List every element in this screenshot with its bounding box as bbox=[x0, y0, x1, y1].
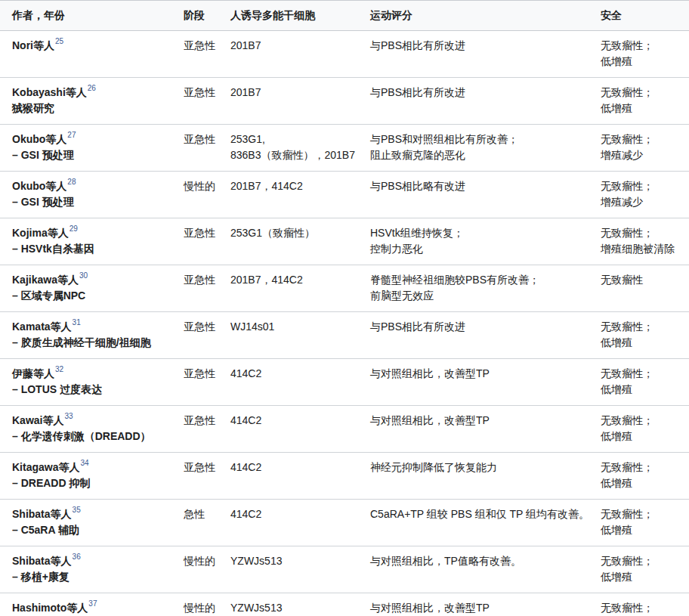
reference-superscript[interactable]: 29 bbox=[70, 224, 78, 233]
reference-superscript[interactable]: 33 bbox=[64, 412, 73, 420]
safety-cell: 无致瘤性； 低增殖 bbox=[601, 546, 689, 593]
header-row: 作者，年份 阶段 人诱导多能干细胞 运动评分 安全 bbox=[0, 1, 689, 31]
reference-superscript[interactable]: 25 bbox=[55, 37, 63, 45]
safety-cell: 无致瘤性； 低增殖 bbox=[601, 312, 689, 359]
reference-superscript[interactable]: 30 bbox=[79, 271, 88, 280]
table-row: Kawai等人33 – 化学遗传刺激（DREADD） 亚急性 414C2 与对照… bbox=[0, 406, 689, 453]
author-line: Kajikawa等人30 bbox=[12, 272, 176, 288]
study-subtitle: – DREADD 抑制 bbox=[12, 475, 176, 491]
ipsc-cell: 414C2 bbox=[230, 453, 370, 500]
ipsc-cell: 253G1（致瘤性） bbox=[230, 218, 370, 265]
column-header-author-year: 作者，年份 bbox=[0, 1, 184, 31]
studies-table: 作者，年份 阶段 人诱导多能干细胞 运动评分 安全 Nori等人25 亚急性 2… bbox=[0, 0, 689, 616]
study-subtitle: – C5aRA 辅助 bbox=[12, 522, 176, 538]
motor-cell: 脊髓型神经祖细胞较PBS有所改善； 前脑型无效应 bbox=[370, 265, 601, 312]
motor-cell: 与PBS相比略有改进 bbox=[370, 172, 601, 218]
author-cell: Okubo等人27 – GSI 预处理 bbox=[0, 125, 184, 172]
stage-cell: 亚急性 bbox=[184, 218, 230, 265]
motor-cell: 与对照组相比，TP值略有改善。 bbox=[370, 546, 601, 593]
reference-superscript[interactable]: 35 bbox=[73, 506, 81, 514]
table-body: Nori等人25 亚急性 201B7 与PBS相比有所改进 无致瘤性； 低增殖 … bbox=[0, 31, 689, 616]
motor-cell: 与PBS相比有所改进 bbox=[370, 31, 601, 78]
reference-superscript[interactable]: 27 bbox=[67, 131, 76, 139]
author-name-text: Kamata等人 bbox=[12, 320, 72, 333]
ipsc-cell: YZWJs513 bbox=[230, 546, 370, 593]
study-subtitle: – GSI 预处理 bbox=[12, 147, 176, 163]
safety-cell: 无致瘤性； 增殖减少 bbox=[601, 172, 689, 218]
reference-superscript[interactable]: 31 bbox=[73, 318, 81, 327]
author-line: Shibata等人35 bbox=[12, 506, 176, 522]
stage-cell: 亚急性 bbox=[184, 78, 230, 125]
author-name-text: Kitagawa等人 bbox=[12, 461, 79, 473]
study-subtitle: – 移植+康复 bbox=[12, 569, 176, 585]
author-line: 伊藤等人32 bbox=[12, 366, 176, 382]
motor-cell: HSVtk组维持恢复； 控制力恶化 bbox=[370, 218, 601, 265]
reference-superscript[interactable]: 34 bbox=[80, 459, 88, 467]
stage-cell: 急性 bbox=[184, 500, 230, 546]
safety-cell: 无致瘤性； 增殖细胞被清除 bbox=[601, 218, 689, 265]
author-cell: Kawai等人33 – 化学遗传刺激（DREADD） bbox=[0, 406, 184, 453]
stage-cell: 慢性的 bbox=[184, 593, 230, 616]
table-row: Okubo等人27 – GSI 预处理 亚急性 253G1, 836B3（致瘤性… bbox=[0, 125, 689, 172]
study-subtitle: – LOTUS 过度表达 bbox=[12, 382, 176, 398]
author-line: Kitagawa等人34 bbox=[12, 460, 176, 475]
study-subtitle: 狨猴研究 bbox=[12, 101, 176, 116]
table-row: Hashimoto等人37 – HGF释放支架 + TP 慢性的 YZWJs51… bbox=[0, 593, 689, 616]
ipsc-cell: 201B7 bbox=[230, 31, 370, 78]
study-subtitle: – 区域专属NPC bbox=[12, 288, 176, 304]
stage-cell: 亚急性 bbox=[184, 31, 230, 78]
ipsc-cell: 201B7，414C2 bbox=[230, 265, 370, 312]
author-cell: Hashimoto等人37 – HGF释放支架 + TP bbox=[0, 593, 184, 616]
table-row: Kobayashi等人26 狨猴研究 亚急性 201B7 与PBS相比有所改进 … bbox=[0, 78, 689, 125]
ipsc-cell: WJ14s01 bbox=[230, 312, 370, 359]
ipsc-cell: YZWJs513 bbox=[230, 593, 370, 616]
reference-superscript[interactable]: 36 bbox=[73, 553, 81, 561]
author-cell: Nori等人25 bbox=[0, 31, 184, 78]
study-subtitle: – 化学遗传刺激（DREADD） bbox=[12, 429, 176, 444]
motor-cell: C5aRA+TP 组较 PBS 组和仅 TP 组均有改善。 bbox=[370, 500, 601, 546]
safety-cell: 无致瘤性； 低增殖 bbox=[601, 593, 689, 616]
table-row: Kojima等人29 – HSVtk自杀基因 亚急性 253G1（致瘤性） HS… bbox=[0, 218, 689, 265]
author-cell: Kitagawa等人34 – DREADD 抑制 bbox=[0, 453, 184, 500]
stage-cell: 亚急性 bbox=[184, 125, 230, 172]
author-cell: Shibata等人36 – 移植+康复 bbox=[0, 546, 184, 593]
reference-superscript[interactable]: 32 bbox=[55, 365, 63, 373]
author-name-text: Shibata等人 bbox=[12, 508, 72, 520]
stage-cell: 亚急性 bbox=[184, 406, 230, 453]
author-name-text: Hashimoto等人 bbox=[12, 602, 88, 614]
safety-cell: 无致瘤性； 低增殖 bbox=[601, 500, 689, 546]
study-subtitle: – GSI 预处理 bbox=[12, 194, 176, 210]
table-row: Kajikawa等人30 – 区域专属NPC 亚急性 201B7，414C2 脊… bbox=[0, 265, 689, 312]
stage-cell: 慢性的 bbox=[184, 546, 230, 593]
reference-superscript[interactable]: 37 bbox=[88, 599, 97, 608]
author-line: Kamata等人31 bbox=[12, 319, 176, 335]
stage-cell: 亚急性 bbox=[184, 312, 230, 359]
author-cell: Kamata等人31 – 胶质生成神经干细胞/祖细胞 bbox=[0, 312, 184, 359]
safety-cell: 无致瘤性； 低增殖 bbox=[601, 78, 689, 125]
safety-cell: 无致瘤性； 增殖减少 bbox=[601, 125, 689, 172]
motor-cell: 神经元抑制降低了恢复能力 bbox=[370, 453, 601, 500]
table-row: Nori等人25 亚急性 201B7 与PBS相比有所改进 无致瘤性； 低增殖 bbox=[0, 31, 689, 78]
reference-superscript[interactable]: 26 bbox=[88, 84, 96, 92]
ipsc-cell: 201B7 bbox=[230, 78, 370, 125]
reference-superscript[interactable]: 28 bbox=[67, 178, 76, 186]
author-cell: Kajikawa等人30 – 区域专属NPC bbox=[0, 265, 184, 312]
ipsc-cell: 253G1, 836B3（致瘤性），201B7 bbox=[230, 125, 370, 172]
author-name-text: Kawai等人 bbox=[12, 414, 63, 426]
study-subtitle: – HSVtk自杀基因 bbox=[12, 241, 176, 257]
table-row: Shibata等人36 – 移植+康复 慢性的 YZWJs513 与对照组相比，… bbox=[0, 546, 689, 593]
column-header-stage: 阶段 bbox=[184, 1, 230, 31]
author-line: Nori等人25 bbox=[12, 38, 176, 54]
author-name-text: 伊藤等人 bbox=[12, 367, 54, 379]
table-header: 作者，年份 阶段 人诱导多能干细胞 运动评分 安全 bbox=[0, 1, 689, 31]
author-line: Kojima等人29 bbox=[12, 225, 176, 241]
author-name-text: Shibata等人 bbox=[12, 555, 72, 567]
motor-cell: 与PBS相比有所改进 bbox=[370, 312, 601, 359]
author-name-text: Kobayashi等人 bbox=[12, 86, 87, 98]
motor-cell: 与PBS和对照组相比有所改善； 阻止致瘤克隆的恶化 bbox=[370, 125, 601, 172]
ipsc-cell: 414C2 bbox=[230, 406, 370, 453]
author-line: Okubo等人28 bbox=[12, 178, 176, 194]
safety-cell: 无致瘤性； 低增殖 bbox=[601, 406, 689, 453]
motor-cell: 与PBS相比有所改进 bbox=[370, 78, 601, 125]
author-cell: 伊藤等人32 – LOTUS 过度表达 bbox=[0, 359, 184, 406]
